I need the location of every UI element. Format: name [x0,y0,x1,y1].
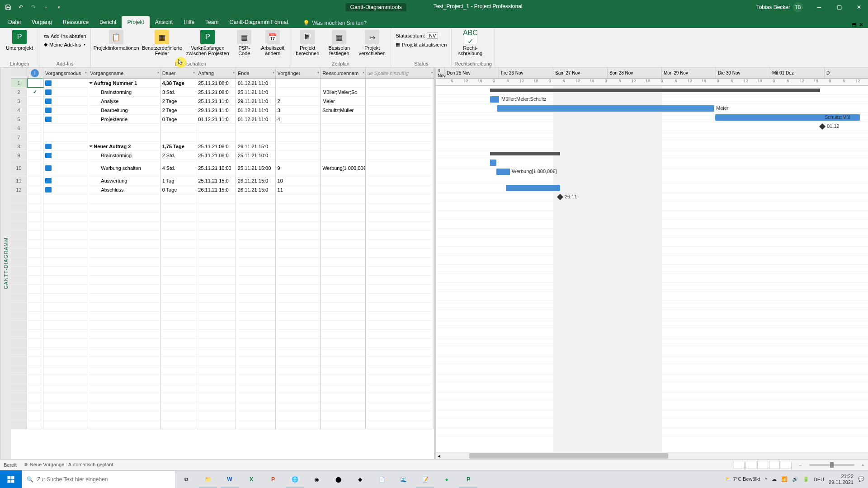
table-row[interactable]: 1Auftrag Nummer 14,38 Tage25.11.21 08:00… [11,79,434,88]
subproject-button[interactable]: P Unterprojekt [3,30,36,51]
table-row[interactable]: 10Werbung schalten4 Std.25.11.21 10:0025… [11,160,434,176]
battery-icon[interactable]: 🔋 [803,476,809,482]
status-date-value[interactable]: NV [427,33,438,39]
tab-ressource[interactable]: Ressource [57,16,94,28]
word-icon[interactable]: W [219,470,241,488]
scroll-thumb[interactable] [469,453,668,459]
gantt-row[interactable] [436,310,868,319]
app-yellow-icon[interactable]: ◆ [349,470,371,488]
links-button[interactable]: PVerknüpfungen zwischen Projekten [185,30,230,56]
table-row[interactable] [11,339,434,348]
table-row[interactable]: 8Neuer Auftrag 21,75 Tage25.11.21 08:026… [11,142,434,151]
day-header[interactable]: Sam 27 Nov [553,68,608,78]
project-info-button[interactable]: 📋Projektinformationen [94,30,139,51]
col-rownum[interactable] [11,68,27,78]
table-row[interactable] [11,384,434,393]
day-header[interactable]: D [825,68,868,78]
undo-icon[interactable]: ↶ [16,3,25,12]
gantt-row[interactable] [436,229,868,238]
tab-datei[interactable]: Datei [3,16,26,28]
task-bar[interactable] [497,105,714,112]
redo-icon[interactable]: ↷ [29,3,38,12]
table-row[interactable] [11,303,434,312]
task-view-icon[interactable]: ⧉ [175,470,197,488]
gantt-row[interactable]: Werbung[1 000,00€] [436,167,868,183]
gantt-hscroll[interactable]: ◂ ▸ [436,452,868,459]
gantt-row[interactable] [436,202,868,211]
col-res[interactable]: Ressourcennam▾ [321,68,366,78]
table-row[interactable] [11,203,434,212]
day-header[interactable]: Son 28 Nov [608,68,662,78]
gantt-row[interactable] [436,391,868,400]
table-row[interactable] [11,258,434,267]
gantt-row[interactable] [436,183,868,192]
gantt-row[interactable] [436,355,868,364]
gantt-row[interactable] [436,364,868,373]
gantt-row[interactable] [436,337,868,346]
gantt-row[interactable]: 26.11 [436,192,868,202]
table-row[interactable] [11,348,434,357]
table-row[interactable] [11,411,434,420]
start-button[interactable] [0,470,22,488]
table-row[interactable]: 3Analyse2 Tage25.11.21 11:029.11.21 11:0… [11,97,434,106]
gantt-row[interactable] [436,382,868,391]
wifi-icon[interactable]: 📶 [781,476,788,482]
qat-more-icon[interactable]: ▾ [54,3,63,12]
view-usage-button[interactable] [745,461,756,469]
table-row[interactable] [11,230,434,239]
gantt-row[interactable] [436,274,868,283]
gantt-row[interactable] [436,427,868,436]
day-header[interactable]: Don 25 Nov [445,68,499,78]
move-project-button[interactable]: ↦Projekt verschieben [356,30,388,56]
tab-team[interactable]: Team [200,16,224,28]
col-dur[interactable]: Dauer▾ [160,68,197,78]
day-header[interactable]: 4 Nov [436,68,445,78]
task-bar[interactable] [490,160,496,166]
app-note-icon[interactable]: 📄 [371,470,392,488]
gantt-row[interactable]: 01.12 [436,122,868,131]
baseline-button[interactable]: ▤Basisplan festlegen [325,30,354,56]
table-row[interactable] [11,321,434,330]
tab-projekt[interactable]: Projekt [122,16,149,28]
task-bar[interactable] [490,96,499,103]
table-row[interactable] [11,194,434,203]
weather-widget[interactable]: ⛅ 7°C Bewölkt [725,476,760,482]
tab-ansicht[interactable]: Ansicht [150,16,178,28]
tab-vorgang[interactable]: Vorgang [26,16,57,28]
gantt-row[interactable] [436,131,868,140]
gantt-row[interactable] [436,86,868,95]
col-mode[interactable]: Vorgangsmodus▾ [43,68,89,78]
gantt-row[interactable]: Müller;Meier;Schultz [436,95,868,104]
zoom-in-icon[interactable]: + [862,462,864,468]
clock[interactable]: 21:22 29.11.2021 [829,474,854,484]
worktime-button[interactable]: 📅Arbeitszeit ändern [258,30,287,56]
table-row[interactable] [11,366,434,375]
tab-hilfe[interactable]: Hilfe [178,16,200,28]
my-addins-button[interactable]: ◆Meine Add-Ins▾ [42,41,88,48]
zoom-slider[interactable] [809,464,854,466]
day-header[interactable]: Mit 01 Dez [770,68,825,78]
task-bar[interactable] [506,185,560,191]
table-row[interactable] [11,294,434,303]
update-project-button[interactable]: ▦Projekt aktualisieren [394,41,448,48]
ribbon-close-icon[interactable]: ✕ [859,22,863,28]
table-row[interactable]: 5Projektende0 Tage01.12.21 11:001.12.21 … [11,115,434,124]
gantt-row[interactable] [436,158,868,167]
gantt-row[interactable] [436,140,868,149]
table-row[interactable]: 11Auswertung1 Tag25.11.21 15:026.11.21 1… [11,176,434,185]
table-row[interactable] [11,420,434,429]
summary-bar[interactable] [490,89,820,92]
table-row[interactable]: 7 [11,133,434,142]
project-icon[interactable]: P [458,470,479,488]
table-row[interactable] [11,375,434,384]
tab-format[interactable]: Gantt-Diagramm Format [224,16,294,28]
col-name[interactable]: Vorgangsname▾ [88,68,160,78]
gantt-row[interactable] [436,319,868,328]
tab-bericht[interactable]: Bericht [94,16,122,28]
edge-icon[interactable]: 🌊 [392,470,414,488]
spelling-button[interactable]: ABC✓Recht-schreibung [454,30,486,56]
notifications-icon[interactable]: 💬 [858,476,864,482]
powerpoint-icon[interactable]: P [262,470,284,488]
view-label[interactable]: GANTT-DIAGRAMM [0,68,11,459]
get-addins-button[interactable]: 🛍Add-Ins abrufen [42,33,88,40]
